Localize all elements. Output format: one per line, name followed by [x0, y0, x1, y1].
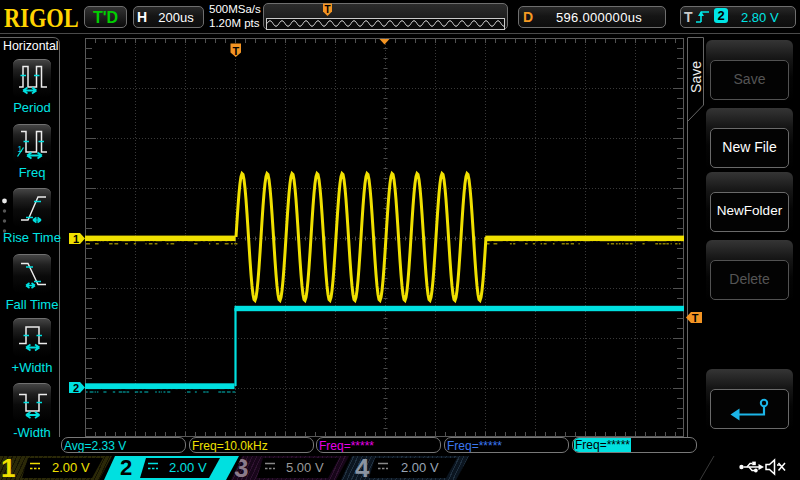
svg-text:2: 2 [73, 382, 79, 394]
svg-text:T: T [232, 45, 239, 57]
svg-text:T: T [692, 312, 699, 324]
svg-text:T: T [324, 4, 330, 15]
svg-text:1: 1 [73, 233, 79, 245]
